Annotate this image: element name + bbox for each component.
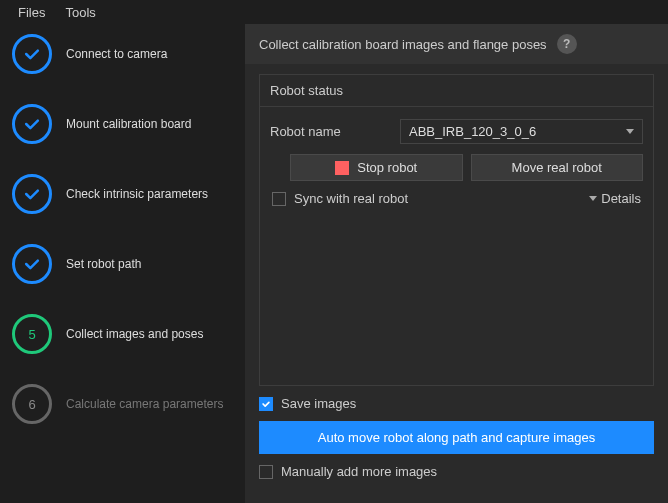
checkbox-icon	[272, 192, 286, 206]
step-label: Check intrinsic parameters	[66, 187, 208, 201]
menu-tools[interactable]: Tools	[55, 2, 105, 23]
chevron-down-icon	[626, 129, 634, 134]
help-icon[interactable]: ?	[557, 34, 577, 54]
save-images-checkbox[interactable]: Save images	[259, 396, 356, 411]
step-connect-camera[interactable]: Connect to camera	[12, 34, 239, 74]
manual-add-label: Manually add more images	[281, 464, 437, 479]
step-label: Calculate camera parameters	[66, 397, 223, 411]
save-images-label: Save images	[281, 396, 356, 411]
robot-status-panel: Robot status Robot name ABB_IRB_120_3_0_…	[259, 74, 654, 386]
step-label: Collect images and poses	[66, 327, 203, 341]
step-check-intrinsics[interactable]: Check intrinsic parameters	[12, 174, 239, 214]
stop-icon	[335, 161, 349, 175]
step-collect-images[interactable]: 5 Collect images and poses	[12, 314, 239, 354]
robot-name-value: ABB_IRB_120_3_0_6	[409, 124, 536, 139]
auto-move-capture-button[interactable]: Auto move robot along path and capture i…	[259, 421, 654, 454]
check-icon	[12, 34, 52, 74]
robot-name-select[interactable]: ABB_IRB_120_3_0_6	[400, 119, 643, 144]
step-mount-board[interactable]: Mount calibration board	[12, 104, 239, 144]
checkbox-icon	[259, 465, 273, 479]
sidebar: Connect to camera Mount calibration boar…	[0, 24, 245, 503]
panel-title: Robot status	[260, 75, 653, 107]
robot-name-label: Robot name	[270, 124, 390, 139]
move-real-robot-button[interactable]: Move real robot	[471, 154, 644, 181]
check-icon	[12, 104, 52, 144]
step-calculate-params[interactable]: 6 Calculate camera parameters	[12, 384, 239, 424]
step-number-icon: 6	[12, 384, 52, 424]
check-icon	[12, 174, 52, 214]
checkbox-checked-icon	[259, 397, 273, 411]
step-label: Mount calibration board	[66, 117, 191, 131]
page-title: Collect calibration board images and fla…	[259, 37, 547, 52]
step-number-icon: 5	[12, 314, 52, 354]
manual-add-checkbox[interactable]: Manually add more images	[259, 464, 437, 479]
main-header: Collect calibration board images and fla…	[245, 24, 668, 64]
stop-robot-button[interactable]: Stop robot	[290, 154, 463, 181]
chevron-down-icon	[589, 196, 597, 201]
step-label: Connect to camera	[66, 47, 167, 61]
menubar: Files Tools	[0, 0, 668, 24]
step-set-robot-path[interactable]: Set robot path	[12, 244, 239, 284]
details-toggle[interactable]: Details	[589, 191, 641, 206]
step-label: Set robot path	[66, 257, 141, 271]
sync-label: Sync with real robot	[294, 191, 408, 206]
menu-files[interactable]: Files	[8, 2, 55, 23]
sync-checkbox[interactable]: Sync with real robot	[272, 191, 408, 206]
main-panel: Collect calibration board images and fla…	[245, 24, 668, 503]
check-icon	[12, 244, 52, 284]
